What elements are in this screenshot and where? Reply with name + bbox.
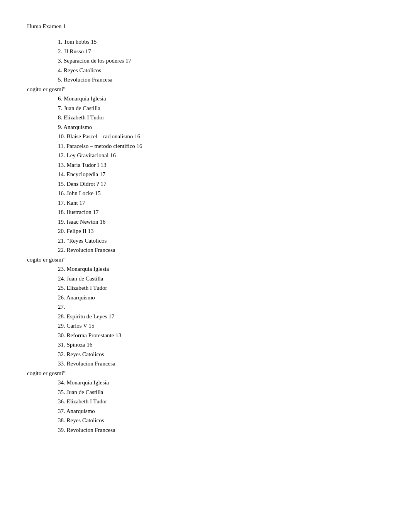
list-item: 16. John Locke 15 bbox=[58, 189, 387, 198]
page-title: Huma Examen 1 bbox=[27, 23, 387, 30]
list-item: 13. Maria Tudor I 13 bbox=[58, 161, 387, 170]
numbered-list-2: 6. Monarquia Iglesia7. Juan de Castilla8… bbox=[58, 94, 387, 255]
list-item: 5. Revolucion Francesa bbox=[58, 75, 387, 84]
list-item: 14. Encyclopedia 17 bbox=[58, 170, 387, 179]
list-item: 11. Paracelso – metodo cientifico 16 bbox=[58, 142, 387, 151]
list-item: 10. Blaise Pascel – racionalismo 16 bbox=[58, 132, 387, 141]
list-item: 12. Ley Gravitacional 16 bbox=[58, 151, 387, 160]
list-item: 25. Elizabeth I Tudor bbox=[58, 284, 387, 292]
numbered-list-0: 1. Tom hobbs 152. JJ Russo 173. Separaci… bbox=[58, 37, 387, 84]
list-item: 24. Juan de Castilla bbox=[58, 274, 387, 283]
list-item: 36. Elizabeth I Tudor bbox=[58, 397, 387, 406]
list-item: 27. bbox=[58, 303, 387, 311]
list-item: 34. Monarquia Iglesia bbox=[58, 378, 387, 387]
list-item: 9. Anarquismo bbox=[58, 123, 387, 132]
list-item: 19. Isaac Newton 16 bbox=[58, 218, 387, 226]
numbered-list-4: 23. Monarquia Iglesia24. Juan de Castill… bbox=[58, 265, 387, 368]
list-item: 38. Reyes Catolicos bbox=[58, 416, 387, 425]
numbered-list-6: 34. Monarquia Iglesia35. Juan de Castill… bbox=[58, 378, 387, 434]
list-item: 35. Juan de Castilla bbox=[58, 388, 387, 397]
list-item: 2. JJ Russo 17 bbox=[58, 47, 387, 56]
list-item: 39. Revolucion Francesa bbox=[58, 426, 387, 435]
list-item: 21. “Reyes Catolicos bbox=[58, 236, 387, 245]
list-item: 4. Reyes Catolicos bbox=[58, 66, 387, 75]
list-item: 8. Elizabeth I Tudor bbox=[58, 113, 387, 122]
list-item: 23. Monarquia Iglesia bbox=[58, 265, 387, 274]
list-item: 3. Separacion de los poderes 17 bbox=[58, 56, 387, 65]
section-break-text: cogito er gosmi” bbox=[27, 85, 387, 94]
list-item: 1. Tom hobbs 15 bbox=[58, 37, 387, 46]
list-item: 30. Reforma Protestante 13 bbox=[58, 331, 387, 340]
list-item: 7. Juan de Castilla bbox=[58, 104, 387, 113]
list-item: 15. Dens Didrot ? 17 bbox=[58, 180, 387, 189]
list-item: 32. Reyes Catolicos bbox=[58, 350, 387, 359]
list-item: 29. Carlos V 15 bbox=[58, 321, 387, 330]
list-item: 18. Ilustracion 17 bbox=[58, 208, 387, 217]
content-area: 1. Tom hobbs 152. JJ Russo 173. Separaci… bbox=[27, 37, 387, 434]
list-item: 22. Revolucion Francesa bbox=[58, 246, 387, 255]
list-item: 28. Espiritu de Leyes 17 bbox=[58, 312, 387, 321]
list-item: 31. Spinoza 16 bbox=[58, 340, 387, 349]
section-break-text: cogito er gosmi” bbox=[27, 255, 387, 264]
list-item: 20. Felipe II 13 bbox=[58, 227, 387, 236]
list-item: 17. Kant 17 bbox=[58, 199, 387, 207]
section-break-text: cogito er gosmi” bbox=[27, 369, 387, 378]
list-item: 37. Anarquismo bbox=[58, 407, 387, 416]
list-item: 6. Monarquia Iglesia bbox=[58, 94, 387, 103]
list-item: 26. Anarquismo bbox=[58, 293, 387, 302]
list-item: 33. Revolucion Francesa bbox=[58, 359, 387, 368]
